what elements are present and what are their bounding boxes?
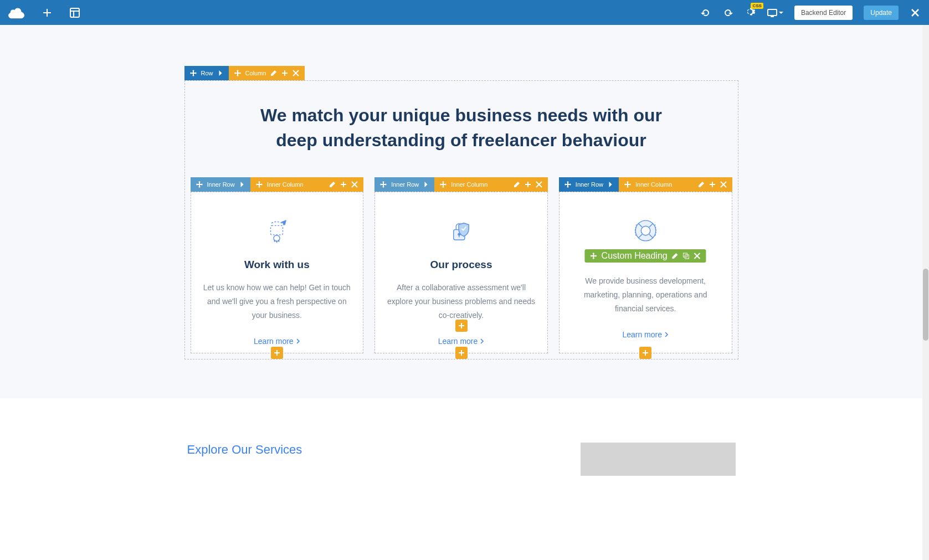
topbar-right-group: Backend Editor Update: [700, 6, 921, 20]
update-button[interactable]: Update: [864, 6, 899, 20]
svg-rect-0: [70, 8, 79, 17]
add-element-icon[interactable]: [42, 7, 53, 18]
svg-rect-3: [768, 9, 777, 16]
templates-icon[interactable]: [69, 7, 80, 18]
settings-gear-icon[interactable]: [745, 6, 756, 19]
responsive-mode-dropdown[interactable]: [767, 7, 783, 18]
close-editor-icon[interactable]: [910, 7, 921, 18]
editor-topbar: Backend Editor Update: [0, 0, 929, 25]
undo-icon[interactable]: [700, 7, 711, 18]
topbar-left-group: [8, 6, 80, 19]
redo-icon[interactable]: [722, 7, 733, 18]
backend-editor-button[interactable]: Backend Editor: [794, 6, 853, 20]
logo-cloud-icon[interactable]: [8, 6, 25, 19]
